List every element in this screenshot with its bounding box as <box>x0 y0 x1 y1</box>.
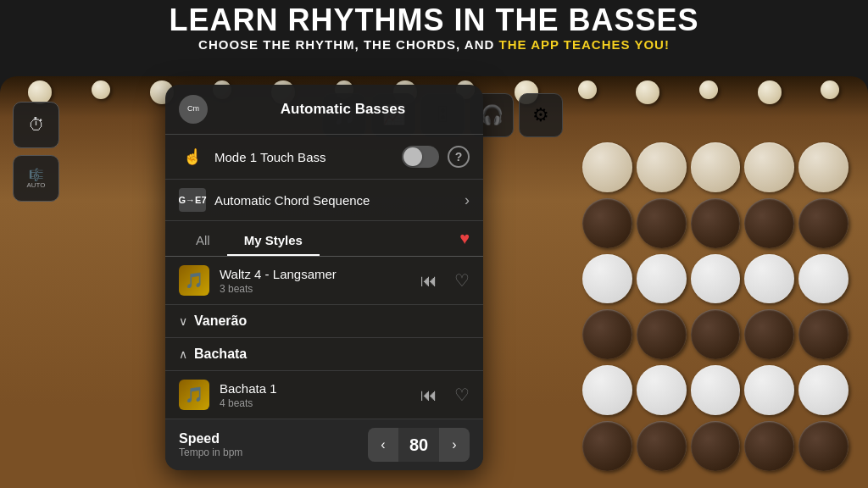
knob <box>821 80 839 99</box>
favorite-icon[interactable]: ♡ <box>454 385 470 405</box>
preview-play-icon[interactable]: ⏮ <box>420 271 437 291</box>
mode-label: Mode 1 Touch Bass <box>214 150 393 164</box>
category-row-vanerão[interactable]: ∨ Vanerão <box>165 305 483 338</box>
speed-info: Speed Tempo in bpm <box>179 431 368 458</box>
top-banner: LEARN RHYTHMS IN THE BASSES CHOOSE THE R… <box>0 0 868 57</box>
banner-subtitle: CHOOSE THE RHYTHM, THE CHORDS, AND THE A… <box>10 37 858 52</box>
category-name: Bachata <box>194 347 247 362</box>
style-item[interactable]: 🎵 Waltz 4 - Langsamer 3 beats ⏮ ♡ <box>165 257 483 305</box>
settings-button[interactable]: ⚙ <box>519 93 563 137</box>
speed-increase-button[interactable]: › <box>439 428 470 462</box>
accordion-button[interactable] <box>691 309 741 359</box>
accordion-button[interactable] <box>744 421 794 471</box>
accordion-button[interactable] <box>691 254 741 304</box>
touch-icon: ☝ <box>179 143 206 170</box>
accordion-button[interactable] <box>582 142 632 192</box>
accordion-button[interactable] <box>691 421 741 471</box>
accordion-button[interactable] <box>798 254 849 304</box>
speed-label: Speed <box>179 431 368 446</box>
chord-label: Automatic Chord Sequence <box>214 193 456 208</box>
accordion-button[interactable] <box>582 365 632 415</box>
knob <box>636 80 659 104</box>
category-collapse-icon: ∨ <box>179 314 187 328</box>
category-row-bachata[interactable]: ∧ Bachata <box>165 338 483 371</box>
style-thumbnail: 🎵 <box>179 380 209 410</box>
accordion-button[interactable] <box>637 365 687 415</box>
speed-decrease-button[interactable]: ‹ <box>368 428 398 462</box>
accordion-button[interactable] <box>582 254 632 304</box>
accordion-button[interactable] <box>744 365 794 415</box>
accordion-button[interactable] <box>637 421 687 471</box>
accordion-button[interactable] <box>744 254 794 304</box>
accordion-button[interactable] <box>744 142 794 192</box>
accordion-button[interactable] <box>744 309 794 359</box>
accordion-button[interactable] <box>691 198 741 248</box>
accordion-button[interactable] <box>637 198 687 248</box>
toggle-knob <box>403 147 422 166</box>
help-button[interactable]: ? <box>448 146 470 168</box>
style-info: Bachata 1 4 beats <box>220 381 410 409</box>
knob <box>28 80 52 104</box>
accordion-button[interactable] <box>691 365 741 415</box>
banner-title: LEARN RHYTHMS IN THE BASSES <box>10 3 858 37</box>
chord-sequence-row[interactable]: G→E7 Automatic Chord Sequence › <box>165 180 483 221</box>
accordion-button[interactable] <box>691 142 741 192</box>
back-label: Cm <box>187 105 199 114</box>
tab-mystyles[interactable]: My Styles <box>227 228 320 256</box>
speed-value: 80 <box>398 435 439 455</box>
knob <box>699 80 718 99</box>
speed-control: ‹ 80 › <box>368 428 470 462</box>
panel-title: Automatic Basses <box>216 101 470 118</box>
chord-icon: G→E7 <box>179 188 206 212</box>
style-name: Waltz 4 - Langsamer <box>220 267 410 281</box>
accordion-button[interactable] <box>582 309 632 359</box>
panel-header: Cm Automatic Basses <box>165 85 483 135</box>
tab-all[interactable]: All <box>179 228 227 256</box>
speed-row: Speed Tempo in bpm ‹ 80 › <box>165 419 483 470</box>
auto-button[interactable]: 🎼 AUTO <box>13 155 59 202</box>
style-item[interactable]: 🎵 Bachata 1 4 beats ⏮ ♡ <box>165 371 483 419</box>
knob <box>92 80 110 99</box>
accordion-button[interactable] <box>637 254 687 304</box>
accordion-button[interactable] <box>798 309 849 359</box>
favorite-icon[interactable]: ♡ <box>454 270 470 291</box>
back-button[interactable]: Cm <box>179 95 208 124</box>
speed-sublabel: Tempo in bpm <box>179 446 368 458</box>
knob <box>578 80 597 99</box>
subtitle-highlight: THE APP TEACHES YOU! <box>499 37 670 52</box>
style-beats: 4 beats <box>220 397 410 409</box>
accordion-button[interactable] <box>582 421 632 471</box>
mode-row: ☝ Mode 1 Touch Bass ? <box>165 135 483 180</box>
style-thumbnail: 🎵 <box>179 265 209 296</box>
accordion-button[interactable] <box>582 198 632 248</box>
heart-icon[interactable]: ♥ <box>459 229 470 255</box>
accordion-button[interactable] <box>637 142 687 192</box>
preview-play-icon[interactable]: ⏮ <box>420 385 437 405</box>
chevron-right-icon: › <box>465 191 470 209</box>
button-grid <box>576 136 855 480</box>
accordion-button[interactable] <box>744 198 794 248</box>
tabs-row: All My Styles ♥ <box>165 221 483 257</box>
accordion-button[interactable] <box>798 365 849 415</box>
subtitle-normal: CHOOSE THE RHYTHM, THE CHORDS, AND <box>198 37 498 52</box>
accordion-button[interactable] <box>798 198 849 248</box>
style-beats: 3 beats <box>220 283 410 295</box>
category-expand-icon: ∧ <box>179 347 187 361</box>
style-name: Bachata 1 <box>220 381 410 396</box>
metronome-button[interactable]: ⏱ <box>13 102 59 148</box>
accordion-button[interactable] <box>637 309 687 359</box>
mode-toggle[interactable] <box>402 146 439 168</box>
style-info: Waltz 4 - Langsamer 3 beats <box>220 267 410 295</box>
automatic-basses-panel: Cm Automatic Basses ☝ Mode 1 Touch Bass … <box>165 85 483 470</box>
left-controls: ⏱ 🎼 AUTO <box>13 102 59 202</box>
accordion-button[interactable] <box>798 421 849 471</box>
category-name: Vanerão <box>194 313 247 329</box>
accordion-button[interactable] <box>798 142 849 192</box>
knob <box>758 80 782 104</box>
